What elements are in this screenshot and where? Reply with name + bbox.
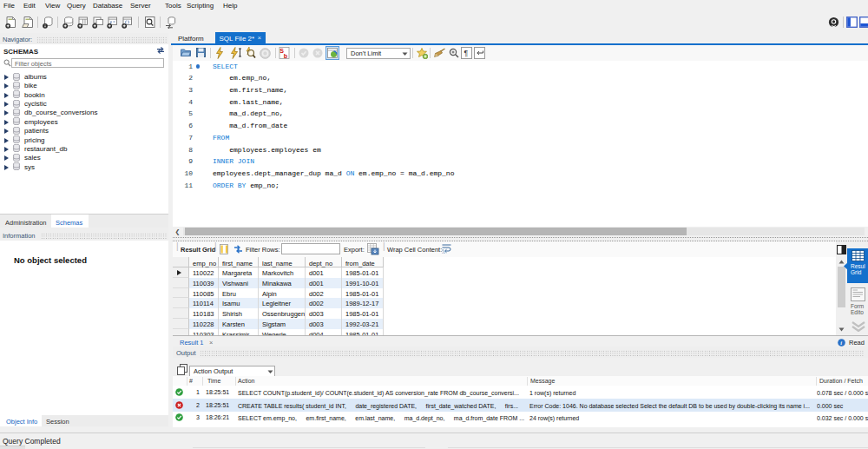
svg-text:i: i [840,340,842,346]
svg-text:b: b [284,53,287,59]
svg-text:A: A [442,250,445,254]
